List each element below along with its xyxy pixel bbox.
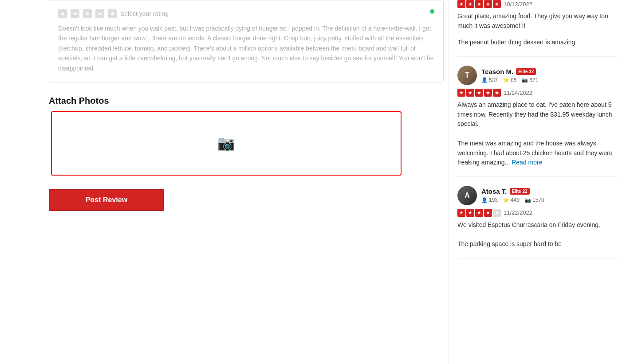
photos-icon: 📷 bbox=[522, 77, 528, 83]
star-5: ★ bbox=[493, 0, 501, 8]
t-star-4: ★ bbox=[484, 89, 492, 97]
teason-photos-count: 571 bbox=[529, 77, 538, 83]
photo-upload-area[interactable]: 📷 bbox=[51, 111, 402, 176]
a-star-2: ★ bbox=[466, 209, 474, 217]
attach-photos-title: Attach Photos bbox=[49, 96, 444, 106]
a-star-4: ★ bbox=[484, 209, 492, 217]
star-1-empty: ★ bbox=[58, 9, 67, 18]
a-star-1: ★ bbox=[457, 209, 465, 217]
select-rating-text: Select your rating bbox=[120, 10, 169, 17]
atosa-reviews-icon: ⭐ bbox=[503, 197, 509, 203]
teason-stars: ★ ★ ★ ★ ★ bbox=[457, 89, 501, 97]
rating-row: ★ ★ ★ ★ ★ Select your rating bbox=[58, 9, 434, 18]
review-box: ★ ★ ★ ★ ★ Select your rating Doesn't loo… bbox=[49, 0, 444, 82]
star-2-empty: ★ bbox=[71, 9, 79, 18]
atosa-photos-icon: 📷 bbox=[525, 197, 531, 203]
review-body-text: Doesn't look like much when you walk pas… bbox=[58, 23, 434, 73]
top-review-stars: ★ ★ ★ ★ ★ bbox=[457, 0, 501, 8]
top-review-stars-row: ★ ★ ★ ★ ★ 10/12/2022 bbox=[457, 0, 617, 8]
teason-photos: 📷 571 bbox=[522, 77, 538, 83]
top-review-date: 10/12/2022 bbox=[504, 1, 532, 8]
teason-name: Teason M. bbox=[481, 68, 513, 75]
teason-name-row: Teason M. Elite 22 bbox=[481, 68, 538, 75]
atosa-reviews-count: 449 bbox=[511, 197, 520, 203]
teason-stats: 👤 537 ⭐ 85 📷 571 bbox=[481, 77, 538, 83]
star-1: ★ bbox=[457, 0, 465, 8]
post-review-button[interactable]: Post Review bbox=[49, 189, 164, 211]
atosa-stats: 👤 193 ⭐ 449 📷 1570 bbox=[481, 197, 544, 203]
atosa-date: 11/22/2022 bbox=[504, 209, 532, 216]
teason-friends: 👤 537 bbox=[481, 77, 498, 83]
star-5-empty: ★ bbox=[108, 9, 117, 18]
atosa-review-text: We visited Espetus Churrascaria on Frida… bbox=[457, 220, 617, 249]
star-2: ★ bbox=[466, 0, 474, 8]
top-review-text2: The peanut butter thing dessert is amazi… bbox=[457, 38, 617, 47]
atosa-avatar: A bbox=[457, 186, 477, 205]
online-dot bbox=[430, 9, 434, 14]
teason-info: Teason M. Elite 22 👤 537 ⭐ 85 bbox=[481, 68, 538, 83]
teason-reviews-count: 85 bbox=[511, 77, 516, 83]
atosa-stars-row: ★ ★ ★ ★ ★ 11/22/2022 bbox=[457, 209, 617, 217]
t-star-5: ★ bbox=[493, 89, 501, 97]
atosa-elite-badge: Elite 22 bbox=[510, 188, 530, 195]
atosa-friends-icon: 👤 bbox=[481, 197, 488, 203]
atosa-stars: ★ ★ ★ ★ ★ bbox=[457, 209, 501, 217]
teason-friends-count: 537 bbox=[489, 77, 498, 83]
right-panel: ★ ★ ★ ★ ★ 10/12/2022 Great place, amazin… bbox=[448, 0, 626, 364]
teason-reviews: ⭐ 85 bbox=[503, 77, 516, 83]
left-panel: ★ ★ ★ ★ ★ Select your rating Doesn't loo… bbox=[0, 0, 448, 364]
star-4-empty: ★ bbox=[95, 9, 104, 18]
atosa-friends: 👤 193 bbox=[481, 197, 498, 203]
atosa-name: Atosa T. bbox=[481, 188, 507, 195]
atosa-friends-count: 193 bbox=[489, 197, 498, 203]
teason-elite-badge: Elite 22 bbox=[516, 68, 536, 75]
atosa-info: Atosa T. Elite 22 👤 193 ⭐ 449 bbox=[481, 188, 544, 203]
top-review-text1: Great place, amazing food. They give you… bbox=[457, 12, 617, 31]
teason-read-more[interactable]: Read more bbox=[512, 159, 542, 166]
reviews-icon: ⭐ bbox=[503, 77, 509, 83]
top-review-card: ★ ★ ★ ★ ★ 10/12/2022 Great place, amazin… bbox=[457, 0, 617, 57]
atosa-photos: 📷 1570 bbox=[525, 197, 544, 203]
attach-section: Attach Photos 📷 bbox=[49, 96, 444, 176]
teason-review-text: Always an amazing place to eat. I've eat… bbox=[457, 100, 617, 168]
atosa-header: A Atosa T. Elite 22 👤 193 ⭐ 449 bbox=[457, 186, 617, 205]
teason-avatar: T bbox=[457, 66, 477, 85]
teason-stars-row: ★ ★ ★ ★ ★ 11/24/2022 bbox=[457, 89, 617, 97]
atosa-name-row: Atosa T. Elite 22 bbox=[481, 188, 544, 195]
teason-review-card: T Teason M. Elite 22 👤 537 ⭐ 85 bbox=[457, 66, 617, 177]
atosa-review-card: A Atosa T. Elite 22 👤 193 ⭐ 449 bbox=[457, 186, 617, 258]
a-star-5-empty: ★ bbox=[493, 209, 501, 217]
t-star-1: ★ bbox=[457, 89, 465, 97]
friends-icon: 👤 bbox=[481, 77, 488, 83]
teason-header: T Teason M. Elite 22 👤 537 ⭐ 85 bbox=[457, 66, 617, 85]
atosa-reviews: ⭐ 449 bbox=[503, 197, 520, 203]
camera-icon: 📷 bbox=[217, 135, 235, 152]
t-star-3: ★ bbox=[475, 89, 483, 97]
star-3-empty: ★ bbox=[83, 9, 92, 18]
a-star-3: ★ bbox=[475, 209, 483, 217]
star-4: ★ bbox=[484, 0, 492, 8]
t-star-2: ★ bbox=[466, 89, 474, 97]
star-3: ★ bbox=[475, 0, 483, 8]
atosa-photos-count: 1570 bbox=[532, 197, 544, 203]
teason-date: 11/24/2022 bbox=[504, 90, 532, 96]
